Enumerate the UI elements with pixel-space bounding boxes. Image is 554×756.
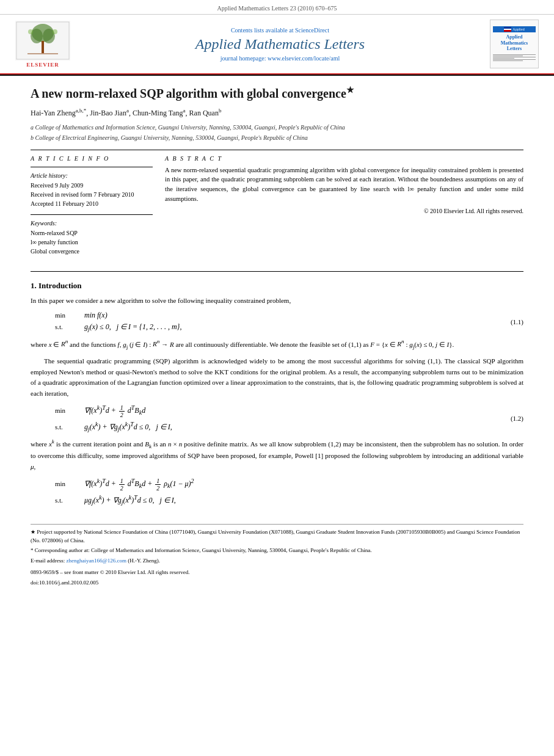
eq-1-1-min: min min f(x): [55, 311, 108, 320]
eq-1-1-system: min min f(x) s.t. gj(x) ≤ 0, j ∈ I = {1,…: [55, 311, 181, 332]
journal-center: Contents lists available at ScienceDirec…: [73, 27, 487, 62]
received-date: Received 9 July 2009: [31, 181, 153, 190]
keyword-1: Norm-relaxed SQP: [31, 228, 153, 238]
authors-line: Hai-Yan Zhenga,b,*, Jin-Bao Jiana, Chun-…: [31, 107, 523, 118]
keywords-divider: [31, 214, 153, 215]
logo-top-bar: Applied: [493, 26, 536, 32]
equation-1-1: min min f(x) s.t. gj(x) ≤ 0, j ∈ I = {1,…: [31, 311, 523, 332]
svg-point-6: [28, 29, 33, 34]
abstract-heading: A B S T R A C T: [165, 155, 523, 162]
affiliation-a: a College of Mathematics and Information…: [31, 123, 523, 132]
info-abstract-columns: A R T I C L E I N F O Article history: R…: [31, 155, 523, 262]
doi-line: doi:10.1016/j.aml.2010.02.005: [31, 579, 523, 587]
equation-1-3: min ∇f(xk)Td + 12 dTBkd + 12 ρk(1 − μ)2 …: [31, 478, 523, 506]
eq-1-3-system: min ∇f(xk)Td + 12 dTBkd + 12 ρk(1 − μ)2 …: [55, 478, 194, 506]
page: Applied Mathematics Letters 23 (2010) 67…: [0, 0, 554, 756]
affiliation-b: b College of Electrical Engineering, Gua…: [31, 133, 523, 142]
article-info-column: A R T I C L E I N F O Article history: R…: [31, 155, 153, 262]
journal-homepage: journal homepage: www.elsevier.com/locat…: [79, 55, 481, 62]
paper-title: A new norm-relaxed SQP algorithm with gl…: [31, 85, 523, 101]
intro-para-1: In this paper we consider a new algorith…: [31, 296, 523, 307]
intro-para-2: where x ∈ Rn and the functions f, gj (j …: [31, 338, 523, 352]
flag-icon: [504, 27, 511, 32]
intro-para-4: where xk is the current iteration point …: [31, 437, 523, 473]
section-divider-1: [31, 150, 523, 150]
eq-1-2-tag: (1.2): [487, 415, 523, 422]
contents-available: Contents lists available at ScienceDirec…: [79, 27, 481, 34]
footnote-email: E-mail address: zhenghaiyan166@126.com (…: [31, 557, 523, 565]
citation-text: Applied Mathematics Letters 23 (2010) 67…: [217, 5, 337, 12]
equation-1-2: min ∇f(xk)Td + 12 dTBkd s.t. gj(xk) + ∇g…: [31, 404, 523, 432]
eq-1-2-min: min ∇f(xk)Td + 12 dTBkd: [55, 404, 145, 418]
abstract-column: A B S T R A C T A new norm-relaxed seque…: [165, 155, 523, 262]
abstract-text: A new norm-relaxed sequential quadratic …: [165, 165, 523, 204]
copyright-notice: © 2010 Elsevier Ltd. All rights reserved…: [165, 208, 523, 214]
issn-line: 0893-9659/$ – see front matter © 2010 El…: [31, 569, 523, 577]
info-divider: [31, 167, 153, 167]
eq-1-1-tag: (1.1): [487, 318, 523, 325]
journal-header: ELSEVIER Contents lists available at Sci…: [0, 15, 554, 75]
logo-decorative-lines: [493, 54, 536, 62]
affiliations: a College of Mathematics and Information…: [31, 123, 523, 142]
eq-1-3-st: s.t. μgj(xk) + ∇gj(xk)Td ≤ 0, j ∈ I,: [55, 494, 176, 506]
elsevier-logo-image: [15, 21, 70, 60]
main-content: A new norm-relaxed SQP algorithm with gl…: [0, 76, 554, 598]
journal-logo-right: Applied AppliedMathematicsLetters: [487, 20, 542, 68]
eq-1-2-st: s.t. gj(xk) + ∇gj(xk)Td ≤ 0, j ∈ I,: [55, 421, 172, 432]
svg-rect-5: [42, 41, 44, 53]
keyword-3: Global convergence: [31, 247, 153, 256]
elsevier-logo: ELSEVIER: [12, 21, 73, 68]
logo-journal-name: AppliedMathematicsLetters: [501, 34, 528, 52]
article-history: Article history: Received 9 July 2009 Re…: [31, 172, 153, 208]
journal-citation: Applied Mathematics Letters 23 (2010) 67…: [0, 0, 554, 15]
footnote-2: * Corresponding author at: College of Ma…: [31, 547, 523, 555]
revised-date: Received in revised form 7 February 2010: [31, 190, 153, 199]
journal-logo-box: Applied AppliedMathematicsLetters: [490, 20, 539, 68]
accepted-date: Accepted 11 February 2010: [31, 199, 153, 208]
svg-point-7: [53, 29, 57, 34]
intro-para-3: The sequential quadratic programming (SQ…: [31, 356, 523, 399]
eq-1-3-min: min ∇f(xk)Td + 12 dTBkd + 12 ρk(1 − μ)2: [55, 478, 194, 492]
keywords-section: Keywords: Norm-relaxed SQP l∞ penalty fu…: [31, 220, 153, 256]
eq-1-1-st: s.t. gj(x) ≤ 0, j ∈ I = {1, 2, . . . , m…: [55, 322, 181, 332]
history-title: Article history:: [31, 172, 153, 179]
journal-title: Applied Mathematics Letters: [79, 36, 481, 53]
footnotes: ★ Project supported by National Science …: [31, 524, 523, 587]
eq-1-2-system: min ∇f(xk)Td + 12 dTBkd s.t. gj(xk) + ∇g…: [55, 404, 172, 432]
elsevier-brand-text: ELSEVIER: [26, 62, 59, 68]
section-1-heading: 1. Introduction: [31, 281, 523, 291]
keywords-title: Keywords:: [31, 220, 153, 227]
footnote-1: ★ Project supported by National Science …: [31, 528, 523, 545]
section-divider-2: [31, 271, 523, 272]
article-info-heading: A R T I C L E I N F O: [31, 155, 153, 162]
keyword-2: l∞ penalty function: [31, 238, 153, 247]
